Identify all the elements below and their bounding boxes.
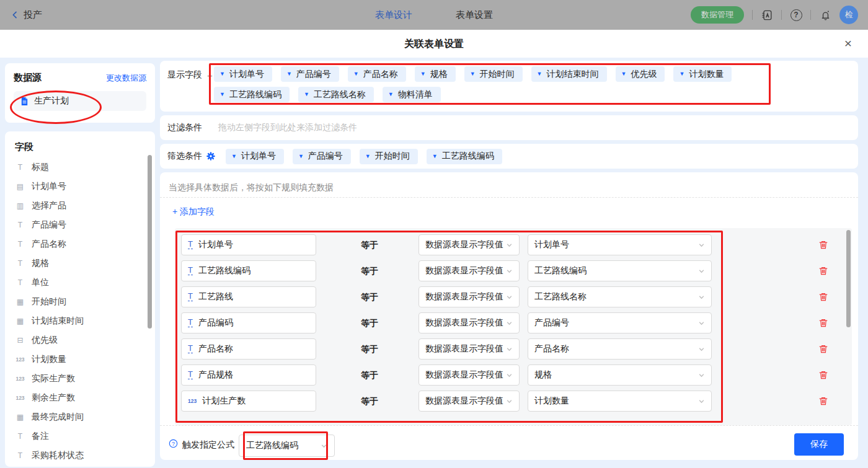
screening-chips: ▼ 计划单号 ▼ 产品编号 ▼ 开始时间 ▼ 工艺路线编码	[226, 149, 502, 164]
relation-field-icon: ▥	[15, 201, 25, 210]
trash-icon	[818, 318, 828, 328]
rule-value-select[interactable]: 计划数量	[528, 391, 712, 412]
delete-rule-button[interactable]	[818, 266, 828, 276]
field-chip[interactable]: ▼ 产品名称	[348, 66, 406, 82]
sidebar-field-item[interactable]: T 备注	[15, 430, 145, 443]
sidebar-field-item[interactable]: T 标题	[15, 161, 145, 174]
sidebar-field-item[interactable]: T 采购耗材状态	[15, 449, 145, 462]
field-chip[interactable]: ▼ 工艺路线编码	[214, 87, 290, 102]
chevron-down-icon: ▼	[286, 71, 292, 77]
chevron-down-icon: ▼	[219, 71, 225, 77]
delete-rule-button[interactable]	[818, 292, 828, 302]
rule-field-box[interactable]: T 产品名称	[181, 338, 316, 360]
sidebar-field-item[interactable]: 123 剩余生产数	[15, 392, 145, 404]
save-button[interactable]: 保存	[794, 433, 844, 456]
divider	[810, 10, 811, 20]
field-chip[interactable]: ▼ 规格	[415, 66, 456, 82]
chevron-down-icon	[698, 320, 705, 327]
delete-rule-button[interactable]	[818, 240, 828, 250]
rule-field-box[interactable]: T 工艺路线	[181, 286, 316, 307]
chevron-down-icon: ▼	[537, 71, 542, 77]
field-chip[interactable]: ▼ 优先级	[616, 66, 665, 82]
field-chip[interactable]: ▼ 开始时间	[360, 149, 418, 164]
field-chip[interactable]: ▼ 物料清单	[383, 87, 441, 102]
rules-table-scrollbar[interactable]	[846, 230, 851, 327]
trash-icon	[818, 344, 828, 354]
sidebar-scrollbar[interactable]	[148, 155, 152, 329]
rule-source-select[interactable]: 数据源表显示字段值	[418, 364, 520, 386]
delete-rule-button[interactable]	[818, 370, 828, 380]
help-circle-icon[interactable]: ?	[169, 439, 178, 448]
rule-value-select[interactable]: 工艺路线编码	[528, 260, 712, 281]
field-chip[interactable]: ▼ 计划单号	[214, 66, 272, 82]
rule-value-select[interactable]: 产品编号	[528, 312, 712, 333]
field-chip[interactable]: ▼ 计划数量	[673, 66, 732, 82]
chevron-down-icon: ▼	[304, 92, 309, 97]
sidebar-field-item[interactable]: ▦ 计划结束时间	[15, 315, 145, 327]
rule-value-select[interactable]: 工艺路线名称	[528, 286, 712, 307]
notification-bell-icon[interactable]	[819, 9, 831, 21]
sidebar-field-item[interactable]: 123 计划数量	[15, 353, 145, 366]
sidebar-field-item[interactable]: T 产品名称	[15, 238, 145, 250]
rule-source-select[interactable]: 数据源表显示字段值	[418, 312, 520, 333]
rule-field-box[interactable]: 123 计划生产数	[181, 391, 316, 412]
field-chip[interactable]: ▼ 产品编号	[281, 66, 339, 82]
tab-form-settings[interactable]: 表单设置	[456, 9, 493, 21]
rule-source-select[interactable]: 数据源表显示字段值	[418, 338, 520, 360]
chevron-down-icon	[321, 443, 327, 449]
document-icon	[20, 97, 29, 106]
gear-icon[interactable]	[206, 152, 215, 161]
filter-dropzone-placeholder[interactable]: 拖动左侧字段到此处来添加过滤条件	[218, 122, 357, 133]
chevron-down-icon: ▼	[353, 71, 359, 77]
rule-value-select[interactable]: 产品名称	[528, 338, 712, 360]
rule-source-select[interactable]: 数据源表显示字段值	[418, 234, 520, 255]
avatar[interactable]: 检	[839, 6, 858, 24]
directory-icon[interactable]	[761, 9, 773, 21]
rule-value-select[interactable]: 规格	[528, 364, 712, 386]
text-field-icon: T	[15, 240, 25, 249]
trigger-formula-label: 触发指定公式	[182, 439, 234, 451]
sidebar-field-item[interactable]: ▦ 最终完成时间	[15, 411, 145, 423]
sidebar-field-item[interactable]: T 产品编号	[15, 219, 145, 231]
field-chip[interactable]: ▼ 计划单号	[226, 149, 284, 164]
sidebar-field-item[interactable]: ▦ 开始时间	[15, 296, 145, 308]
sidebar-field-item[interactable]: ▥ 选择产品	[15, 200, 145, 212]
field-chip[interactable]: ▼ 开始时间	[464, 66, 523, 82]
rule-value-select[interactable]: 计划单号	[528, 234, 712, 255]
rule-field-box[interactable]: T 产品规格	[181, 364, 316, 386]
delete-rule-button[interactable]	[818, 318, 828, 328]
number-field-icon: 123	[15, 356, 25, 363]
rule-field-box[interactable]: T 工艺路线编码	[181, 260, 316, 281]
field-chip[interactable]: ▼ 产品编号	[293, 149, 351, 164]
rule-source-select[interactable]: 数据源表显示字段值	[418, 286, 520, 307]
datasource-item[interactable]: 生产计划	[14, 91, 146, 111]
help-icon[interactable]: ?	[790, 9, 802, 21]
sidebar-field-item[interactable]: ⊟ 优先级	[15, 334, 145, 347]
sidebar-field-item[interactable]: T 规格	[15, 257, 145, 270]
rule-row: T 计划单号 等于 数据源表显示字段值 计划单号	[175, 234, 852, 255]
close-icon[interactable]: ×	[844, 36, 852, 51]
text-field-icon: T	[188, 319, 193, 327]
add-field-link[interactable]: + 添加字段	[172, 206, 215, 218]
delete-rule-button[interactable]	[818, 396, 828, 406]
sidebar-field-item[interactable]: 123 实际生产数	[15, 373, 145, 385]
tab-form-design[interactable]: 表单设计	[375, 9, 412, 21]
chevron-down-icon	[698, 242, 705, 249]
add-display-field-button[interactable]: +	[207, 70, 213, 81]
rule-field-box[interactable]: T 计划单号	[181, 234, 316, 255]
rule-source-select[interactable]: 数据源表显示字段值	[418, 391, 520, 412]
fields-list: T 标题 ▤ 计划单号 ▥ 选择产品 T 产品编号 T 产品名称 T 规格 T …	[15, 161, 145, 462]
chevron-down-icon	[506, 398, 513, 405]
rule-source-select[interactable]: 数据源表显示字段值	[418, 260, 520, 281]
sidebar-field-item[interactable]: T 单位	[15, 276, 145, 289]
change-datasource-link[interactable]: 更改数据源	[106, 73, 146, 84]
trigger-formula-select[interactable]: 工艺路线编码	[239, 435, 335, 457]
field-chip[interactable]: ▼ 工艺路线名称	[298, 87, 374, 102]
field-chip[interactable]: ▼ 工艺路线编码	[427, 149, 502, 164]
data-manage-button[interactable]: 数据管理	[691, 6, 744, 24]
rule-field-box[interactable]: T 产品编码	[181, 312, 316, 333]
field-chip[interactable]: ▼ 计划结束时间	[531, 66, 607, 82]
delete-rule-button[interactable]	[818, 344, 828, 354]
sidebar-field-item[interactable]: ▤ 计划单号	[15, 180, 145, 193]
chevron-down-icon: ▼	[219, 92, 225, 97]
